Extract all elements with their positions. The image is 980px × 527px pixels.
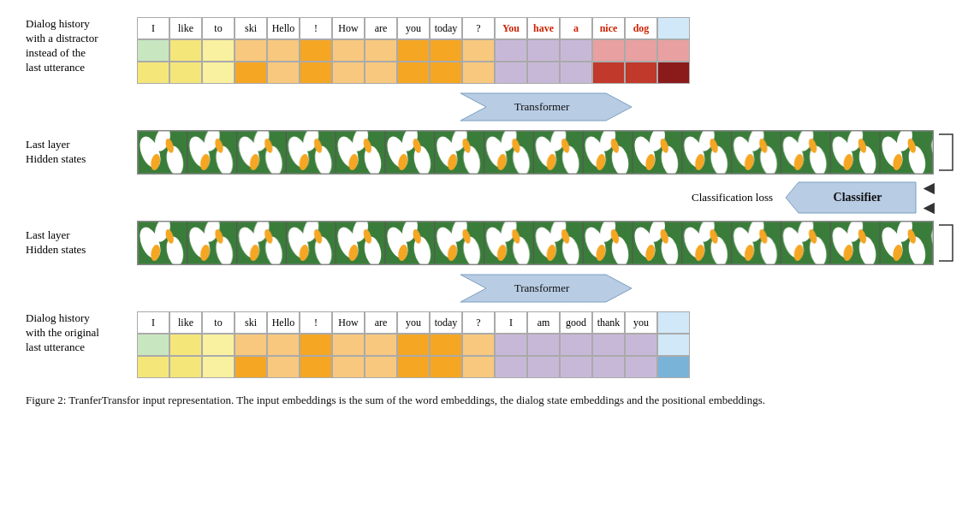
token-cell: to	[202, 17, 235, 39]
token-cell: Hello	[267, 17, 300, 39]
embed-cell	[625, 39, 657, 62]
hidden-states-bottom-label: Last layerHidden states	[26, 228, 137, 258]
token-cell: I	[495, 311, 527, 334]
pos-cell	[560, 62, 592, 84]
arrow-down: ◀	[924, 199, 934, 216]
token-cell: like	[169, 311, 202, 334]
pos-cell	[137, 356, 169, 378]
pos-cell	[560, 356, 592, 378]
embed-cell	[397, 39, 430, 62]
embed-cell	[235, 39, 267, 62]
token-cell: I	[137, 311, 169, 334]
embed-cell	[365, 334, 397, 356]
original-token-grid: I like to ski Hello ! How are you today …	[137, 311, 954, 378]
embed-cell	[300, 334, 332, 356]
hidden-states-bottom-svg	[138, 222, 933, 264]
embed-cell	[267, 334, 300, 356]
token-cell: good	[560, 311, 592, 334]
embed-cell	[332, 39, 365, 62]
token-cell: you	[397, 17, 430, 39]
classification-loss-label: Classification loss	[692, 191, 773, 204]
pos-cell	[235, 62, 267, 84]
token-cell: today	[430, 311, 462, 334]
token-cell: to	[202, 311, 235, 334]
bracket-svg-bottom	[937, 221, 954, 265]
embed-cell	[267, 39, 300, 62]
hidden-states-bottom-bar	[137, 221, 934, 265]
distractor-section: Dialog historywith a distractorinstead o…	[26, 17, 954, 84]
pos-cell	[592, 62, 625, 84]
token-cell: thank	[592, 311, 625, 334]
embed-cell	[137, 39, 169, 62]
embed-cell	[560, 39, 592, 62]
embed-cell	[560, 334, 592, 356]
pos-cell	[332, 62, 365, 84]
svg-text:Classifier: Classifier	[834, 191, 882, 204]
pos-cell	[365, 62, 397, 84]
pos-cell	[625, 356, 657, 378]
hidden-states-top-svg	[138, 131, 933, 174]
embed-cell	[397, 334, 430, 356]
svg-text:Transformer: Transformer	[514, 281, 569, 294]
pos-cell	[202, 62, 235, 84]
arrow-up: ◀	[924, 180, 934, 196]
original-token-row: I like to ski Hello ! How are you today …	[137, 311, 954, 334]
embed-cell	[592, 334, 625, 356]
embed-cell	[592, 39, 625, 62]
token-cell: !	[300, 311, 332, 334]
token-cell: !	[300, 17, 332, 39]
embed-cell	[495, 39, 527, 62]
original-color-row2	[137, 334, 954, 356]
pos-cell	[462, 62, 495, 84]
token-cell-empty	[657, 17, 690, 39]
original-label: Dialog historywith the originallast utte…	[26, 311, 137, 355]
classif-row: Classification loss Classifier ◀ ◀	[137, 180, 954, 216]
token-cell: you	[625, 311, 657, 334]
pos-cell	[657, 356, 690, 378]
token-cell-dog: dog	[625, 17, 657, 39]
diagram-container: Dialog historywith a distractorinstead o…	[26, 17, 954, 409]
distractor-token-row: I like to ski Hello ! How are you today …	[137, 17, 954, 39]
token-cell: ski	[235, 17, 267, 39]
embed-cell	[527, 39, 560, 62]
token-cell-empty	[657, 311, 690, 334]
embed-cell	[202, 334, 235, 356]
double-arrows: ◀ ◀	[924, 180, 934, 216]
token-cell: are	[365, 311, 397, 334]
svg-rect-9	[138, 131, 933, 174]
distractor-label: Dialog historywith a distractorinstead o…	[26, 17, 137, 75]
pos-cell	[300, 62, 332, 84]
token-cell-nice: nice	[592, 17, 625, 39]
token-cell: ?	[462, 311, 495, 334]
distractor-color-row3	[137, 62, 954, 84]
embed-cell	[462, 334, 495, 356]
token-cell-have: have	[527, 17, 560, 39]
pos-cell	[397, 356, 430, 378]
token-cell: today	[430, 17, 462, 39]
embed-cell	[202, 39, 235, 62]
token-cell: I	[137, 17, 169, 39]
classifier-svg: Classifier	[783, 180, 920, 216]
token-cell: are	[365, 17, 397, 39]
transformer-arrow-2: Transformer	[137, 270, 954, 306]
distractor-token-grid: I like to ski Hello ! How are you today …	[137, 17, 954, 84]
pos-cell	[495, 356, 527, 378]
pos-cell	[397, 62, 430, 84]
embed-cell	[169, 334, 202, 356]
pos-cell	[625, 62, 657, 84]
embed-cell	[235, 334, 267, 356]
svg-rect-35	[138, 222, 933, 264]
embed-cell	[495, 334, 527, 356]
pos-cell	[235, 356, 267, 378]
embed-cell	[527, 334, 560, 356]
token-cell: Hello	[267, 311, 300, 334]
embed-cell	[169, 39, 202, 62]
pos-cell	[527, 62, 560, 84]
pos-cell	[267, 356, 300, 378]
token-cell: How	[332, 17, 365, 39]
connector-bottom	[937, 221, 954, 265]
pos-cell	[137, 62, 169, 84]
distractor-color-row2	[137, 39, 954, 62]
token-cell: ?	[462, 17, 495, 39]
transformer-arrow-svg-1: Transformer	[452, 89, 640, 125]
